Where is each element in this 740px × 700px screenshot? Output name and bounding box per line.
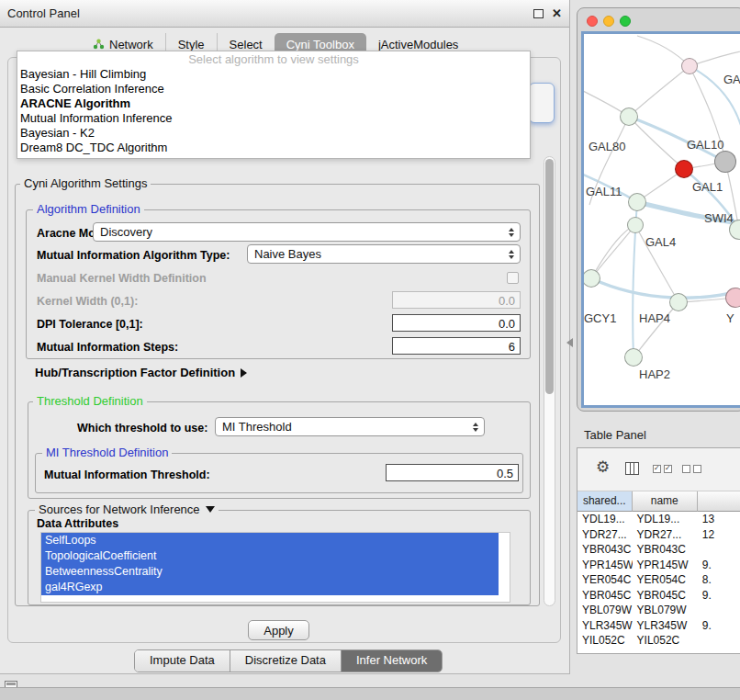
mi-type-label: Mutual Information Algorithm Type: (37, 249, 230, 262)
table-toolbar: ⚙ (577, 448, 740, 491)
attribute-item[interactable]: SelfLoops (41, 533, 499, 548)
manual-kernel-label: Manual Kernel Width Definition (37, 272, 207, 285)
close-traffic-light[interactable] (587, 16, 598, 27)
kernel-width-field[interactable]: 0.0 (392, 291, 521, 309)
float-window-icon[interactable] (533, 9, 544, 18)
mi-steps-field[interactable]: 6 (392, 337, 521, 355)
network-node[interactable] (582, 269, 600, 288)
algorithm-option[interactable]: Mutual Information Inference (17, 111, 530, 126)
hub-section-text: Hub/Transcription Factor Definition (35, 366, 235, 379)
table-cell: 9. (698, 618, 740, 634)
columns-icon[interactable] (625, 462, 639, 475)
node-label: GAL10 (687, 138, 723, 152)
aracne-mode-select[interactable]: Discovery (93, 222, 521, 242)
attribute-item[interactable]: BetweennessCentrality (41, 564, 499, 580)
algorithm-definition-legend: Algorithm Definition (33, 203, 144, 216)
table-cell (698, 603, 740, 618)
network-node[interactable] (714, 151, 736, 173)
node-label: Y (726, 311, 734, 325)
manual-kernel-checkbox[interactable] (507, 272, 519, 284)
node-label: GCY1 (584, 311, 616, 325)
table-row[interactable]: YDL19...YDL19...13 (577, 512, 740, 527)
network-node[interactable] (627, 217, 644, 233)
zoom-traffic-light[interactable] (620, 16, 631, 27)
expand-arrow-icon[interactable] (241, 368, 247, 378)
tab-infer-network[interactable]: Infer Network (341, 650, 442, 672)
checked-box-icon (653, 465, 661, 473)
table-cell: 9. (698, 558, 740, 573)
network-node[interactable] (628, 193, 646, 211)
dpi-tolerance-field[interactable]: 0.0 (392, 314, 521, 332)
network-icon (93, 39, 105, 50)
settings-scrollbar[interactable] (544, 156, 555, 606)
deselect-all-icon[interactable] (682, 465, 701, 473)
network-node[interactable] (624, 348, 643, 367)
column-header-shared[interactable]: shared... (577, 491, 633, 512)
table-cell: YPR145W (577, 558, 633, 573)
table-header: shared... name (577, 491, 740, 512)
table-row[interactable]: YER054CYER054C8. (577, 572, 740, 588)
scrollbar-thumb[interactable] (545, 159, 554, 394)
table-cell: YDR27... (633, 527, 698, 543)
attribute-item[interactable]: gal4RGexp (41, 580, 499, 595)
gear-icon[interactable]: ⚙ (596, 459, 610, 475)
table-row[interactable]: YBR043CYBR043C (577, 542, 740, 558)
node-label: HAP2 (639, 367, 670, 381)
tab-impute-data[interactable]: Impute Data (135, 650, 230, 672)
algorithm-dropdown: Select algorithm to view settings Bayesi… (17, 51, 531, 159)
table-row[interactable]: YPR145WYPR145W9. (577, 558, 740, 573)
network-canvas[interactable]: GALGAL80GAL10GAL11GAL1SWI4GAL4GCY1HAP4YH… (581, 31, 740, 408)
network-node[interactable] (669, 293, 688, 311)
table-row[interactable]: YLR345WYLR345W9. (577, 618, 740, 634)
aracne-mode-value: Discovery (94, 225, 152, 239)
tab-discretize-data[interactable]: Discretize Data (230, 650, 341, 672)
table-body: YDL19...YDL19...13YDR27...YDR27...12YBR0… (577, 512, 740, 649)
data-attributes-list[interactable]: SelfLoopsTopologicalCoefficientBetweenne… (40, 532, 510, 603)
close-window-icon[interactable]: ✕ (552, 7, 562, 20)
minimize-traffic-light[interactable] (603, 16, 614, 27)
select-all-icon[interactable] (653, 465, 672, 473)
table-row[interactable]: YBR045CYBR045C9. (577, 588, 740, 604)
sources-legend[interactable]: Sources for Network Inference (35, 503, 219, 516)
column-header-name[interactable]: name (633, 491, 698, 512)
mi-type-select[interactable]: Naive Bayes (247, 244, 521, 264)
hub-section-label[interactable]: Hub/Transcription Factor Definition (35, 367, 247, 379)
algorithm-option[interactable]: ARACNE Algorithm (17, 96, 530, 111)
network-node[interactable] (675, 160, 693, 178)
control-panel-title: Control Panel (7, 0, 80, 28)
table-panel: Table Panel ⚙ shared... name YDL19...YD (577, 423, 740, 661)
algorithm-selector-fragment[interactable] (529, 83, 555, 123)
column-header-third[interactable] (698, 491, 740, 512)
node-label: GAL80 (589, 140, 625, 153)
node-label: SWI4 (704, 211, 734, 225)
table-cell: YIL052C (577, 633, 633, 649)
network-node[interactable] (725, 288, 740, 308)
mi-steps-label: Mutual Information Steps: (37, 341, 178, 354)
apply-button[interactable]: Apply (248, 620, 309, 640)
sources-legend-text: Sources for Network Inference (39, 502, 200, 516)
table-row[interactable]: YDR27...YDR27...12 (577, 527, 740, 543)
attribute-item[interactable]: TopologicalCoefficient (41, 548, 499, 564)
cyni-settings-legend: Cyni Algorithm Settings (20, 177, 151, 190)
table-cell: 12 (698, 527, 740, 543)
mi-type-value: Naive Bayes (248, 247, 321, 261)
collapse-arrow-icon[interactable] (206, 506, 215, 513)
mi-threshold-legend: MI Threshold Definition (42, 446, 172, 459)
network-node[interactable] (681, 58, 698, 74)
algorithm-option[interactable]: Bayesian - Hill Climbing (17, 67, 530, 82)
algorithm-option[interactable]: Basic Correlation Inference (17, 82, 530, 96)
network-view-window: GALGAL80GAL10GAL11GAL1SWI4GAL4GCY1HAP4YH… (577, 7, 740, 412)
network-node[interactable] (620, 107, 638, 126)
table-row[interactable]: YIL052CYIL052C (577, 633, 740, 649)
mi-threshold-label: Mutual Information Threshold: (44, 469, 210, 481)
node-layer: GALGAL80GAL10GAL11GAL1SWI4GAL4GCY1HAP4YH… (584, 34, 740, 405)
dpi-tolerance-label: DPI Tolerance [0,1]: (37, 318, 143, 331)
panel-splitter-arrow[interactable] (566, 338, 573, 347)
algorithm-option[interactable]: Dream8 DC_TDC Algorithm (17, 141, 530, 155)
mi-threshold-field[interactable]: 0.5 (386, 464, 519, 481)
control-panel-titlebar: Control Panel ✕ (0, 0, 569, 28)
table-row[interactable]: YBL079WYBL079W (577, 603, 740, 618)
which-threshold-select[interactable]: MI Threshold (215, 417, 485, 436)
table-panel-body: ⚙ shared... name YDL19...YDL19...13YDR27… (577, 447, 740, 654)
algorithm-option[interactable]: Bayesian - K2 (17, 126, 530, 141)
